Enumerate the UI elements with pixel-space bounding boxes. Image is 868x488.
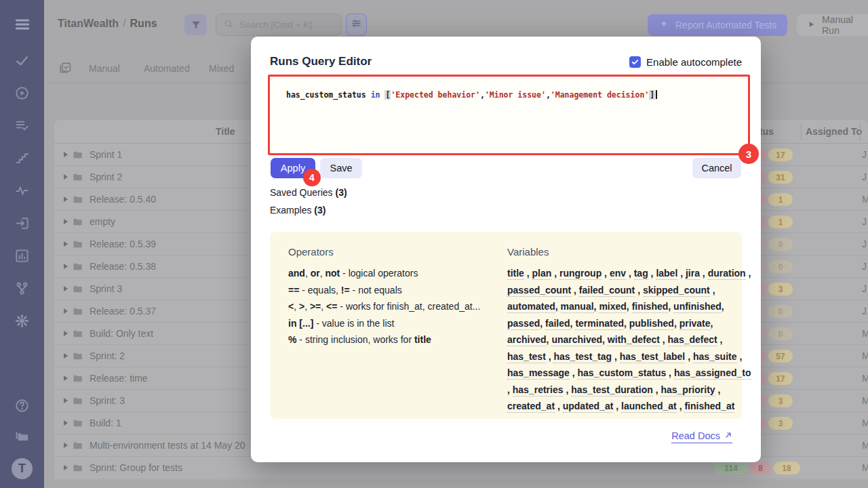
manual-run-button[interactable]: Manual Run	[797, 14, 868, 36]
breadcrumb-project[interactable]: TitanWealth	[58, 18, 119, 29]
pulse-icon[interactable]	[14, 183, 30, 199]
variable-name[interactable]: has_message	[507, 367, 570, 380]
skipped-count-badge: 0	[768, 260, 793, 273]
variable-name[interactable]: terminated	[575, 318, 624, 330]
variable-name[interactable]: has_test_label	[620, 351, 686, 363]
variable-name[interactable]: skipped_count	[643, 285, 710, 297]
variable-name[interactable]: unfinished	[673, 301, 722, 313]
variable-name[interactable]: has_test_tag	[553, 351, 612, 363]
caret-right-icon[interactable]	[64, 465, 68, 470]
variable-name[interactable]: automated	[507, 301, 555, 313]
caret-right-icon[interactable]	[64, 174, 68, 180]
variable-name[interactable]: with_defect	[608, 334, 660, 346]
caret-right-icon[interactable]	[64, 353, 68, 359]
variable-name[interactable]: mixed	[599, 301, 626, 313]
assignee-initial: M	[862, 194, 868, 205]
caret-right-icon[interactable]	[64, 443, 68, 448]
caret-right-icon[interactable]	[64, 331, 68, 336]
variable-name[interactable]: rungroup	[559, 268, 601, 280]
variable-name[interactable]: env	[610, 268, 626, 280]
variable-name[interactable]: has_defect	[668, 334, 717, 346]
save-button[interactable]: Save	[320, 158, 362, 178]
help-icon[interactable]	[14, 398, 30, 413]
saved-queries-label: Saved Queries	[270, 187, 336, 198]
caret-right-icon[interactable]	[64, 286, 68, 291]
variable-name[interactable]: has_priority	[660, 384, 715, 396]
variable-name[interactable]: plan	[532, 268, 552, 280]
caret-right-icon[interactable]	[64, 219, 68, 224]
variable-name[interactable]: has_test	[507, 351, 546, 363]
variable-name[interactable]: launched_at	[621, 401, 677, 413]
folder-stack-icon[interactable]	[14, 428, 31, 444]
list-check-icon[interactable]	[14, 118, 30, 134]
variable-name[interactable]: finished_at	[684, 401, 734, 413]
caret-right-icon[interactable]	[64, 241, 68, 247]
caret-right-icon[interactable]	[64, 197, 68, 202]
report-check-icon[interactable]	[58, 61, 72, 75]
sidebar-bottom: T	[0, 398, 44, 479]
checkbox-checked-icon[interactable]	[629, 56, 641, 68]
variable-name[interactable]: passed	[507, 318, 540, 330]
variable-name[interactable]: published	[629, 318, 674, 330]
gear-icon[interactable]	[14, 313, 30, 329]
autocomplete-toggle[interactable]: Enable autocomplete	[629, 56, 742, 68]
column-assigned-to[interactable]: Assigned To	[806, 126, 862, 137]
caret-right-icon[interactable]	[64, 308, 68, 314]
column-title[interactable]: Title	[216, 126, 235, 137]
report-automated-tests-button[interactable]: Report Automated Tests	[648, 14, 787, 36]
variable-name[interactable]: title	[507, 268, 524, 280]
variable-name[interactable]: has_suite	[693, 351, 737, 363]
examples-link[interactable]: Examples (3)	[270, 205, 326, 216]
caret-right-icon[interactable]	[64, 398, 68, 403]
app-logo[interactable]: T	[12, 458, 33, 479]
query-token-string: 'Expected behavior'	[391, 90, 480, 100]
variable-name[interactable]: jira	[686, 268, 700, 280]
query-settings-button[interactable]	[346, 14, 367, 36]
variable-name[interactable]: unarchived	[551, 334, 602, 346]
menu-icon[interactable]	[14, 16, 31, 33]
assignee-initial: J	[862, 216, 867, 227]
manual-run-label: Manual Run	[822, 14, 866, 36]
variable-name[interactable]: archived	[507, 334, 547, 346]
tab-automated[interactable]: Automated	[144, 63, 190, 74]
passed-count-badge: 114	[714, 462, 748, 474]
bar-chart-icon[interactable]	[14, 248, 30, 264]
variable-name[interactable]: manual	[561, 301, 594, 313]
cancel-button[interactable]: Cancel	[692, 158, 741, 178]
caret-right-icon[interactable]	[64, 420, 68, 426]
variable-name[interactable]: failed	[545, 318, 570, 330]
steps-icon[interactable]	[14, 150, 30, 166]
branch-icon[interactable]	[14, 281, 30, 296]
variable-name[interactable]: updated_at	[563, 401, 614, 413]
variable-name[interactable]: tag	[634, 268, 648, 280]
variable-name[interactable]: label	[656, 268, 677, 280]
query-token-string: 'Minor issue'	[485, 90, 546, 100]
variable-name[interactable]: has_retries	[513, 384, 564, 396]
query-editor[interactable]: has_custom_status in ['Expected behavior…	[268, 75, 750, 155]
variables-title: Variables	[507, 246, 751, 258]
variable-name[interactable]: duration	[708, 268, 746, 280]
filter-button[interactable]	[184, 14, 207, 35]
read-docs-link[interactable]: Read Docs	[671, 430, 732, 443]
caret-right-icon[interactable]	[64, 152, 68, 157]
caret-right-icon[interactable]	[64, 375, 68, 381]
search-input[interactable]: Search [Cmd + K]	[216, 14, 342, 36]
variable-name[interactable]: private	[679, 318, 711, 330]
variable-name[interactable]: passed_count	[507, 285, 571, 297]
variable-name[interactable]: created_at	[507, 401, 555, 413]
tab-mixed[interactable]: Mixed	[209, 63, 234, 74]
sign-in-icon[interactable]	[14, 216, 30, 231]
tab-manual[interactable]: Manual	[89, 63, 120, 74]
variable-name[interactable]: finished	[632, 301, 669, 313]
variable-name[interactable]: failed_count	[579, 285, 635, 297]
variable-name[interactable]: has_custom_status	[578, 367, 667, 380]
check-icon[interactable]	[14, 53, 30, 68]
play-circle-icon[interactable]	[14, 85, 30, 101]
variable-name[interactable]: has_assigned_to	[674, 367, 751, 380]
run-title: Multi-environment tests at 14 May 20	[90, 440, 245, 451]
assignee-initial: J	[862, 171, 867, 182]
variable-name[interactable]: has_test_duration	[571, 384, 653, 396]
saved-queries-link[interactable]: Saved Queries (3)	[270, 187, 347, 198]
caret-right-icon[interactable]	[64, 264, 68, 269]
run-title: Release: 0.5.38	[90, 261, 156, 272]
